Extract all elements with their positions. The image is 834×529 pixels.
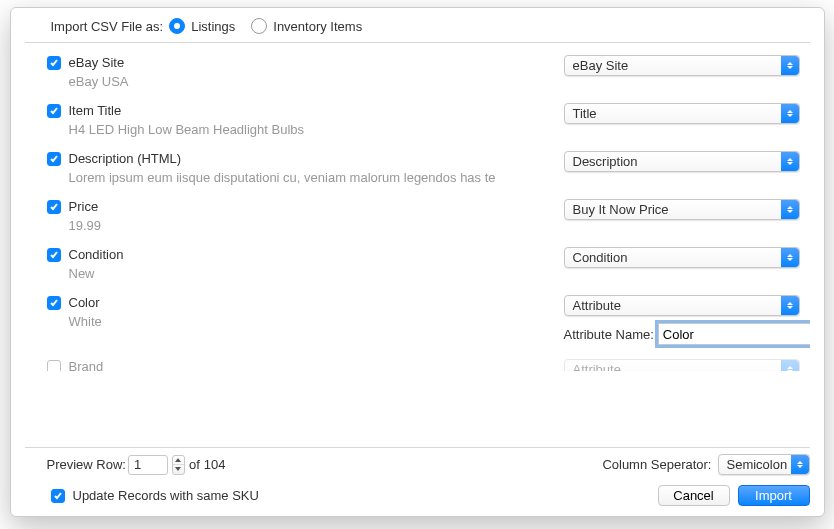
field-sample: Lorem ipsum eum iisque disputationi cu, …	[47, 170, 554, 185]
radio-listings-label[interactable]: Listings	[191, 19, 235, 34]
update-sku-checkbox[interactable]	[51, 489, 65, 503]
field-checkbox[interactable]	[47, 248, 61, 262]
chevron-updown-icon	[781, 200, 799, 219]
mapping-value: eBay Site	[573, 58, 629, 73]
chevron-updown-icon	[781, 152, 799, 171]
mapping-select[interactable]: Condition	[564, 247, 800, 268]
field-sample: 19.99	[47, 218, 554, 233]
field-sample: White	[47, 314, 554, 329]
svg-marker-1	[175, 467, 181, 471]
field-sample: New	[47, 266, 554, 281]
total-rows: 104	[204, 457, 226, 472]
field-mapping-area: eBay Site eBay USA eBay Site Item Title	[25, 42, 810, 448]
preview-row-value[interactable]: 1	[129, 457, 167, 472]
field-label: Condition	[69, 247, 124, 262]
cancel-button[interactable]: Cancel	[658, 485, 730, 506]
radio-listings[interactable]	[169, 18, 185, 34]
field-checkbox[interactable]	[47, 200, 61, 214]
chevron-updown-icon	[781, 360, 799, 371]
field-row: Color White Attribute Attribute Name:	[25, 291, 810, 355]
mapping-select[interactable]: Description	[564, 151, 800, 172]
field-label: Price	[69, 199, 99, 214]
import-as-label: Import CSV File as:	[51, 19, 164, 34]
field-sample: eBay USA	[47, 74, 554, 89]
mapping-select[interactable]: eBay Site	[564, 55, 800, 76]
mapping-select[interactable]: Buy It Now Price	[564, 199, 800, 220]
field-row: Condition New Condition	[25, 243, 810, 291]
mapping-value: Condition	[573, 250, 628, 265]
radio-inventory[interactable]	[251, 18, 267, 34]
mapping-value: Description	[573, 154, 638, 169]
of-label: of	[189, 457, 200, 472]
stepper-down-icon[interactable]	[173, 465, 184, 474]
mapping-select[interactable]: Attribute	[564, 295, 800, 316]
column-separator-select[interactable]: Semicolon	[718, 454, 810, 475]
mapping-select[interactable]: Attribute	[564, 359, 800, 371]
import-as-header: Import CSV File as: Listings Inventory I…	[11, 8, 824, 42]
preview-row-value-box: 1	[128, 455, 168, 475]
attribute-name-label: Attribute Name:	[564, 327, 654, 342]
mapping-select[interactable]: Title	[564, 103, 800, 124]
mapping-value: Buy It Now Price	[573, 202, 669, 217]
preview-row-label: Preview Row:	[47, 457, 126, 472]
column-separator-value: Semicolon	[727, 457, 788, 472]
chevron-updown-icon	[781, 56, 799, 75]
import-csv-dialog: Import CSV File as: Listings Inventory I…	[10, 7, 825, 517]
mapping-value: Attribute	[573, 362, 621, 371]
mapping-value: Title	[573, 106, 597, 121]
radio-inventory-label[interactable]: Inventory Items	[273, 19, 362, 34]
import-button[interactable]: Import	[738, 485, 810, 506]
column-separator-label: Column Seperator:	[602, 457, 711, 472]
field-label: eBay Site	[69, 55, 125, 70]
field-row: Description (HTML) Lorem ipsum eum iisqu…	[25, 147, 810, 195]
field-sample: H4 LED High Low Beam Headlight Bulbs	[47, 122, 554, 137]
field-label: Brand	[69, 359, 104, 371]
mapping-value: Attribute	[573, 298, 621, 313]
svg-marker-0	[175, 458, 181, 462]
field-row: Item Title H4 LED High Low Beam Headligh…	[25, 99, 810, 147]
field-row-partial: Brand Attribute	[25, 355, 810, 371]
field-row: Price 19.99 Buy It Now Price	[25, 195, 810, 243]
preview-row-bar: Preview Row: 1 of 104 Column Seperator: …	[11, 448, 824, 479]
attribute-name-input[interactable]	[658, 323, 810, 345]
field-label: Color	[69, 295, 100, 310]
chevron-updown-icon	[781, 104, 799, 123]
field-checkbox[interactable]	[47, 360, 61, 372]
chevron-updown-icon	[781, 248, 799, 267]
stepper-up-icon[interactable]	[173, 456, 184, 466]
chevron-updown-icon	[781, 296, 799, 315]
preview-row-stepper[interactable]	[172, 455, 185, 475]
field-checkbox[interactable]	[47, 104, 61, 118]
chevron-updown-icon	[791, 455, 809, 474]
field-checkbox[interactable]	[47, 152, 61, 166]
field-label: Item Title	[69, 103, 122, 118]
field-checkbox[interactable]	[47, 296, 61, 310]
field-checkbox[interactable]	[47, 56, 61, 70]
field-label: Description (HTML)	[69, 151, 182, 166]
dialog-footer: Update Records with same SKU Cancel Impo…	[11, 479, 824, 516]
field-row: eBay Site eBay USA eBay Site	[25, 51, 810, 99]
update-sku-label: Update Records with same SKU	[73, 488, 259, 503]
